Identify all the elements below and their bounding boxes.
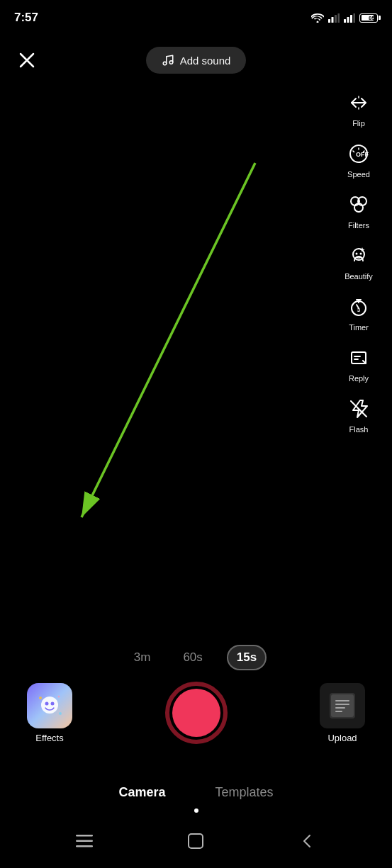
svg-point-9 xyxy=(169,61,173,64)
add-sound-button[interactable]: Add sound xyxy=(146,47,247,74)
svg-point-24 xyxy=(41,697,58,714)
svg-rect-39 xyxy=(189,834,203,848)
status-icons: 85 xyxy=(311,13,378,23)
svg-rect-2 xyxy=(335,15,337,23)
tab-bar: Camera Templates xyxy=(0,781,392,804)
signal-icon-2 xyxy=(344,13,355,23)
right-sidebar: Flip OFF Speed Filters xyxy=(334,85,383,438)
speed-label: Speed xyxy=(347,170,370,179)
timer-label: Timer xyxy=(349,323,369,332)
beautify-label: Beautify xyxy=(345,272,373,281)
signal-icon-1 xyxy=(328,13,340,23)
tab-indicator xyxy=(194,808,198,813)
tab-templates[interactable]: Templates xyxy=(208,781,281,804)
filters-label: Filters xyxy=(348,221,369,230)
svg-rect-3 xyxy=(338,13,340,23)
svg-point-28 xyxy=(58,695,60,697)
duration-row: 3m 60s 15s xyxy=(0,645,392,670)
upload-button[interactable]: Upload xyxy=(314,683,371,743)
effects-icon xyxy=(27,683,72,728)
svg-point-25 xyxy=(45,701,49,705)
speed-icon: OFF xyxy=(345,140,372,167)
beautify-icon xyxy=(345,242,372,269)
wifi-icon xyxy=(311,13,324,23)
record-button-inner xyxy=(172,689,220,737)
flip-label: Flip xyxy=(352,119,365,128)
nav-menu-button[interactable] xyxy=(72,828,97,854)
svg-rect-6 xyxy=(350,15,352,23)
svg-text:OFF: OFF xyxy=(356,151,369,158)
effects-button[interactable]: Effects xyxy=(21,683,78,743)
svg-rect-36 xyxy=(76,835,93,837)
battery-icon: 85 xyxy=(359,13,378,23)
svg-line-23 xyxy=(82,163,255,517)
status-bar: 7:57 85 xyxy=(0,0,392,35)
sidebar-item-flip[interactable]: Flip xyxy=(334,85,383,132)
effects-label: Effects xyxy=(35,733,64,743)
upload-icon xyxy=(320,683,365,728)
sidebar-item-reply[interactable]: Reply xyxy=(334,340,383,387)
svg-point-27 xyxy=(39,697,42,699)
flip-icon xyxy=(345,89,372,116)
add-sound-label: Add sound xyxy=(180,55,231,67)
top-bar: Add sound xyxy=(0,35,392,85)
duration-3m[interactable]: 3m xyxy=(125,646,159,669)
svg-point-8 xyxy=(163,62,167,65)
tab-camera[interactable]: Camera xyxy=(111,781,172,804)
svg-rect-38 xyxy=(76,845,93,847)
nav-bar xyxy=(0,828,392,854)
svg-rect-35 xyxy=(335,711,342,712)
svg-text:3: 3 xyxy=(357,307,361,313)
duration-60s[interactable]: 60s xyxy=(174,646,211,669)
svg-rect-7 xyxy=(354,13,356,23)
svg-point-26 xyxy=(51,701,55,705)
duration-15s[interactable]: 15s xyxy=(227,645,267,670)
nav-back-button[interactable] xyxy=(295,828,320,854)
upload-label: Upload xyxy=(327,733,357,743)
svg-rect-31 xyxy=(331,694,354,717)
flash-icon xyxy=(345,395,372,422)
reply-icon xyxy=(345,344,372,371)
status-time: 7:57 xyxy=(14,11,38,25)
sidebar-item-speed[interactable]: OFF Speed xyxy=(334,136,383,183)
svg-rect-33 xyxy=(335,704,349,705)
reply-label: Reply xyxy=(349,374,369,383)
sidebar-item-filters[interactable]: Filters xyxy=(334,187,383,234)
record-button[interactable] xyxy=(165,682,228,744)
nav-home-button[interactable] xyxy=(183,828,208,854)
sidebar-item-flash[interactable]: Flash xyxy=(334,391,383,438)
svg-rect-4 xyxy=(344,19,346,23)
flash-label: Flash xyxy=(349,425,369,434)
svg-rect-1 xyxy=(332,17,334,23)
svg-rect-37 xyxy=(76,840,93,842)
svg-point-17 xyxy=(360,253,362,255)
svg-point-16 xyxy=(356,253,358,255)
sidebar-item-timer[interactable]: 3 Timer xyxy=(334,289,383,336)
svg-rect-5 xyxy=(347,17,349,23)
bottom-controls: 3m 60s 15s xyxy=(0,645,392,744)
close-button[interactable] xyxy=(13,46,41,74)
svg-rect-34 xyxy=(335,707,345,709)
svg-rect-0 xyxy=(328,19,330,23)
music-icon xyxy=(162,54,174,67)
sidebar-item-beautify[interactable]: Beautify xyxy=(334,238,383,285)
camera-actions-row: Effects Upload xyxy=(0,682,392,744)
timer-icon: 3 xyxy=(345,293,372,320)
filters-icon xyxy=(345,191,372,218)
svg-point-29 xyxy=(59,712,62,715)
svg-rect-32 xyxy=(335,700,349,701)
